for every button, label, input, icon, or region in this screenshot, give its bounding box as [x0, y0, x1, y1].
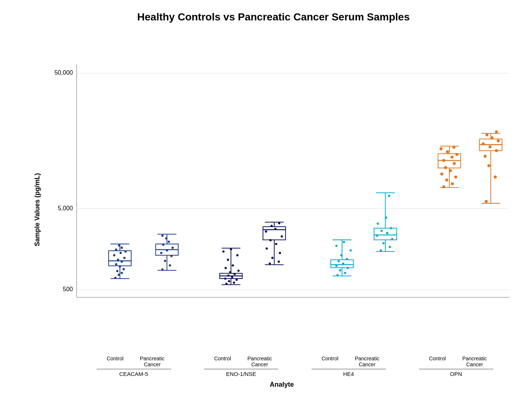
svg-point-40 — [160, 252, 162, 254]
svg-point-19 — [119, 265, 121, 267]
svg-point-36 — [161, 269, 164, 271]
main-chart-svg: 500 5,000 50,000 — [46, 30, 517, 354]
svg-point-103 — [335, 245, 338, 247]
svg-point-26 — [125, 250, 127, 253]
svg-point-85 — [271, 225, 273, 227]
svg-point-94 — [344, 272, 346, 274]
svg-text:5,000: 5,000 — [58, 205, 73, 211]
eno1-control-box — [220, 248, 242, 285]
svg-point-82 — [281, 235, 283, 237]
svg-point-16 — [121, 272, 123, 274]
he4-group-label: HE4 — [343, 371, 354, 377]
svg-point-102 — [349, 249, 352, 251]
svg-point-37 — [169, 264, 171, 266]
svg-point-23 — [123, 257, 126, 259]
he4-cancer-box — [374, 193, 397, 251]
svg-point-79 — [265, 247, 268, 250]
svg-point-20 — [115, 263, 117, 265]
svg-point-99 — [338, 260, 340, 262]
ceacam5-group-label: CEACAM-5 — [119, 371, 148, 377]
svg-point-66 — [236, 254, 238, 256]
svg-point-137 — [451, 156, 454, 159]
x-axis-area: Analyte — [46, 377, 517, 389]
svg-point-96 — [346, 267, 349, 269]
svg-point-129 — [451, 182, 454, 185]
he4-control-label: Control — [317, 356, 343, 367]
x-group-ceacam5: Control PancreaticCancer CEACAM-5 — [97, 356, 171, 377]
svg-point-104 — [343, 241, 345, 243]
svg-text:50,000: 50,000 — [54, 69, 73, 76]
svg-point-86 — [278, 222, 280, 224]
svg-point-41 — [166, 249, 168, 251]
svg-point-75 — [269, 262, 271, 264]
x-group-eno1: Control PancreaticCancer ENO-1/NSE — [204, 356, 278, 377]
svg-point-63 — [225, 267, 227, 269]
svg-point-64 — [232, 264, 234, 266]
svg-point-111 — [380, 249, 382, 251]
svg-point-57 — [224, 277, 226, 280]
svg-point-98 — [342, 262, 344, 264]
svg-point-62 — [237, 270, 239, 272]
eno1-cancer-box — [263, 222, 286, 264]
svg-text:500: 500 — [63, 286, 73, 292]
svg-point-131 — [454, 175, 457, 178]
svg-point-150 — [487, 164, 490, 167]
svg-rect-91 — [331, 260, 354, 267]
opn-cancer-box — [480, 130, 502, 203]
svg-point-65 — [227, 259, 229, 261]
svg-point-60 — [233, 273, 236, 275]
x-group-opn: Control PancreaticCancer OPN — [419, 356, 493, 377]
svg-point-59 — [227, 275, 229, 277]
svg-point-46 — [161, 234, 164, 237]
svg-point-152 — [495, 149, 498, 152]
eno1-cancer-label: PancreaticCancer — [247, 356, 273, 367]
eno1-group-label: ENO-1/NSE — [226, 371, 256, 377]
svg-point-55 — [228, 280, 230, 282]
svg-point-128 — [442, 185, 445, 188]
svg-point-39 — [170, 255, 173, 257]
svg-rect-73 — [263, 227, 286, 240]
svg-point-133 — [449, 169, 452, 172]
chart-title: Healthy Controls vs Pancreatic Cancer Se… — [137, 11, 410, 23]
svg-point-44 — [168, 241, 170, 243]
svg-point-97 — [335, 264, 338, 267]
svg-point-58 — [231, 276, 233, 278]
svg-point-28 — [121, 247, 123, 249]
x-group-he4: Control PancreaticCancer HE4 — [312, 356, 386, 377]
svg-point-83 — [265, 230, 267, 233]
svg-point-27 — [115, 249, 117, 251]
plot-wrapper: 500 5,000 50,000 — [46, 30, 517, 354]
svg-point-121 — [388, 195, 390, 197]
svg-point-153 — [489, 145, 491, 148]
svg-point-156 — [490, 136, 493, 139]
svg-point-61 — [229, 271, 231, 273]
x-axis-label: Analyte — [270, 381, 294, 389]
ceacam5-cancer-label: PancreaticCancer — [139, 356, 165, 367]
svg-point-17 — [116, 270, 118, 272]
svg-rect-109 — [374, 228, 397, 240]
svg-point-114 — [391, 238, 393, 240]
chart-area: Sample Values (pg/mL) 500 — [30, 30, 517, 389]
chart-container: Healthy Controls vs Pancreatic Cancer Se… — [0, 0, 532, 396]
svg-point-22 — [117, 259, 119, 261]
svg-point-132 — [440, 172, 443, 175]
svg-point-45 — [165, 237, 167, 240]
svg-point-25 — [119, 252, 122, 254]
svg-point-117 — [380, 230, 383, 232]
svg-point-154 — [482, 142, 485, 145]
svg-point-95 — [339, 269, 341, 272]
eno1-control-label: Control — [210, 356, 236, 367]
svg-point-53 — [225, 283, 228, 285]
he4-cancer-label: PancreaticCancer — [354, 356, 380, 367]
opn-control-box — [438, 146, 461, 188]
svg-point-29 — [118, 244, 120, 247]
svg-point-134 — [444, 166, 447, 169]
svg-point-119 — [377, 223, 379, 225]
svg-point-100 — [346, 258, 348, 260]
opn-cancer-label: PancreaticCancer — [462, 356, 488, 367]
he4-control-box — [331, 240, 354, 276]
plot-and-xaxis: 500 5,000 50,000 — [46, 30, 517, 389]
ceacam5-control-label: Control — [102, 356, 128, 367]
svg-point-76 — [278, 260, 280, 263]
svg-point-116 — [386, 232, 388, 234]
